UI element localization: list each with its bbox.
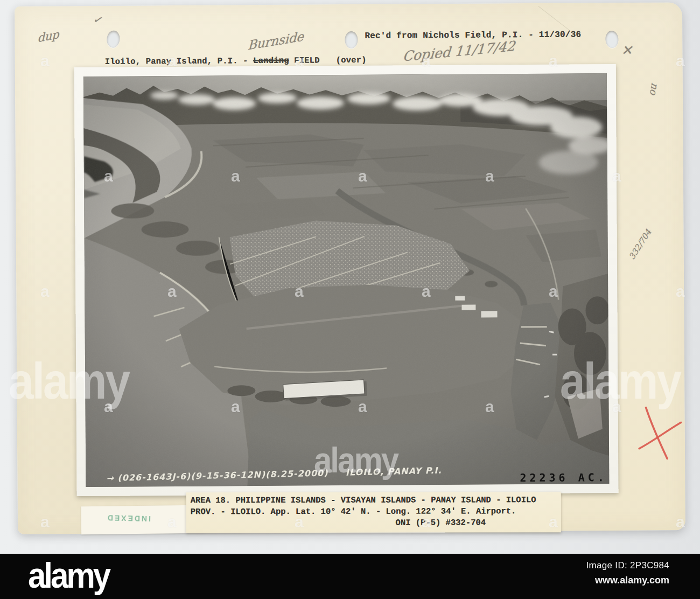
green-stamp: INDEXED [106, 513, 151, 523]
pencil-note-dup: dup [38, 28, 59, 45]
film-grain [83, 73, 610, 487]
pencil-x-mark: ✕ [621, 43, 632, 58]
over-note: (over) [336, 55, 367, 65]
label-line-1: AREA 18. PHILIPPINE ISLANDS - VISAYAN IS… [191, 494, 557, 506]
pencil-note-copied: Copied 11/17/42 [402, 38, 516, 65]
aerial-photo-art [83, 73, 610, 487]
pencil-note-burnside: Burnside [248, 29, 304, 53]
record-card: dup ✓ Burnside Copied 11/17/42 ✕ no 332/… [15, 2, 685, 534]
catalog-label: AREA 18. PHILIPPINE ISLANDS - VISAYAN IS… [186, 492, 561, 533]
footer-info: Image ID: 2P3C984 www.alamy.com [586, 560, 669, 586]
archival-scan-page: dup ✓ Burnside Copied 11/17/42 ✕ no 332/… [0, 0, 700, 599]
label-line-3: ONI (P-5) #332-704 [191, 517, 557, 529]
pencil-checkmark: ✓ [92, 13, 102, 26]
red-crayon-x [636, 403, 687, 464]
photo-print: → (026-1643J-6)(9-15-36-12N)(8.25-2000) … [74, 64, 619, 496]
alamy-footer-bar: alamy Image ID: 2P3C984 www.alamy.com [0, 554, 700, 599]
paper-crease [538, 6, 570, 31]
alamy-logo: alamy [28, 555, 109, 596]
caption-arrow-icon: → [106, 473, 114, 483]
typed-received-line: Rec'd from Nichols Field, P.I. - 11/30/3… [365, 30, 581, 40]
image-id-text: Image ID: 2P3C984 [586, 560, 669, 571]
typed-title-line: Iloilo, Panay Island, P.I. - Landing FIE… [105, 55, 367, 67]
photo-id-stamp: 22236 AC. [520, 471, 607, 484]
punch-hole-right [605, 30, 619, 48]
pencil-note-no: no [648, 82, 661, 96]
label-line-2: PROV. - ILOILO. App. Lat. 10° 42' N. - L… [191, 506, 557, 518]
title-suffix: FIELD [289, 55, 320, 65]
punch-hole-left [106, 30, 121, 48]
struck-word: Landing [253, 56, 289, 66]
pencil-note-file-number: 332/704 [627, 228, 654, 261]
alamy-url-text: www.alamy.com [586, 575, 669, 586]
aerial-photograph: → (026-1643J-6)(9-15-36-12N)(8.25-2000) … [83, 73, 610, 487]
punch-hole-center [345, 31, 358, 48]
title-prefix: Iloilo, Panay Island, P.I. - [105, 56, 254, 67]
